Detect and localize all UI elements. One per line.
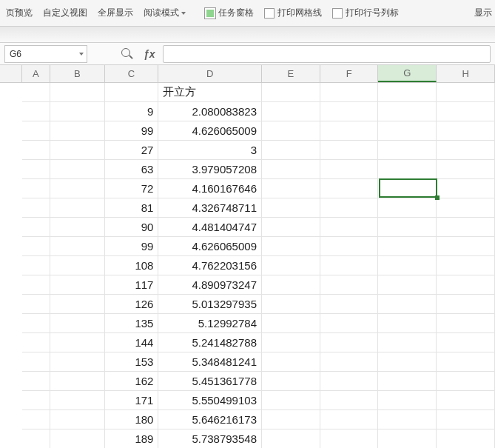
- cell-C11[interactable]: 117: [105, 275, 159, 295]
- cell-D9[interactable]: 4.626065009: [158, 237, 262, 256]
- cell-D1[interactable]: 开立方: [158, 83, 262, 102]
- cell-G11[interactable]: [378, 275, 437, 295]
- cell-B19[interactable]: [50, 429, 105, 448]
- cell-A18[interactable]: [22, 410, 50, 429]
- cell-F2[interactable]: [320, 102, 379, 121]
- cell-E2[interactable]: [262, 102, 320, 121]
- cell-D7[interactable]: 4.326748711: [158, 198, 262, 218]
- cell-F1[interactable]: [320, 83, 379, 102]
- col-header-b[interactable]: B: [50, 65, 105, 82]
- cell-H12[interactable]: [437, 295, 495, 314]
- display-button[interactable]: 显示: [470, 3, 495, 24]
- cell-B13[interactable]: [50, 314, 105, 333]
- cell-A15[interactable]: [22, 352, 50, 372]
- formula-input[interactable]: [163, 45, 491, 63]
- cell-D2[interactable]: 2.080083823: [158, 102, 262, 121]
- cell-B11[interactable]: [50, 275, 105, 295]
- cell-D16[interactable]: 5.451361778: [158, 372, 262, 391]
- cell-C18[interactable]: 180: [105, 410, 159, 429]
- cell-F12[interactable]: [320, 295, 379, 314]
- cell-A17[interactable]: [22, 391, 50, 410]
- cell-B8[interactable]: [50, 218, 105, 237]
- cell-D11[interactable]: 4.890973247: [158, 275, 262, 295]
- cell-F14[interactable]: [320, 333, 379, 352]
- cell-E12[interactable]: [262, 295, 320, 314]
- cell-G9[interactable]: [378, 237, 437, 256]
- cell-E6[interactable]: [262, 179, 320, 198]
- cell-E11[interactable]: [262, 275, 320, 295]
- cell-A8[interactable]: [22, 218, 50, 237]
- cell-B2[interactable]: [50, 102, 105, 121]
- cell-A1[interactable]: [22, 83, 50, 102]
- cell-H7[interactable]: [437, 198, 495, 218]
- taskpane-checkbox[interactable]: 任务窗格: [201, 7, 258, 19]
- cell-G13[interactable]: [378, 314, 437, 333]
- cell-G17[interactable]: [378, 391, 437, 410]
- cell-E4[interactable]: [262, 141, 320, 160]
- cell-E8[interactable]: [262, 218, 320, 237]
- cell-D8[interactable]: 4.481404747: [158, 218, 262, 237]
- cell-B6[interactable]: [50, 179, 105, 198]
- cell-G4[interactable]: [378, 141, 437, 160]
- cell-F11[interactable]: [320, 275, 379, 295]
- cell-C10[interactable]: 108: [105, 256, 159, 275]
- cell-A2[interactable]: [22, 102, 50, 121]
- cell-D19[interactable]: 5.738793548: [158, 429, 262, 448]
- cell-H17[interactable]: [437, 391, 495, 410]
- cell-A12[interactable]: [22, 295, 50, 314]
- cell-A13[interactable]: [22, 314, 50, 333]
- cell-H18[interactable]: [437, 410, 495, 429]
- cell-F16[interactable]: [320, 372, 379, 391]
- cell-F10[interactable]: [320, 256, 379, 275]
- cell-B16[interactable]: [50, 372, 105, 391]
- cell-C3[interactable]: 99: [105, 121, 159, 141]
- cell-G3[interactable]: [378, 121, 437, 141]
- cell-H6[interactable]: [437, 179, 495, 198]
- cell-A19[interactable]: [22, 429, 50, 448]
- cell-F17[interactable]: [320, 391, 379, 410]
- col-header-g[interactable]: G: [378, 65, 437, 82]
- cell-B18[interactable]: [50, 410, 105, 429]
- cell-E7[interactable]: [262, 198, 320, 218]
- cell-A9[interactable]: [22, 237, 50, 256]
- cell-F5[interactable]: [320, 160, 379, 179]
- col-header-d[interactable]: D: [158, 65, 262, 82]
- cell-E13[interactable]: [262, 314, 320, 333]
- cell-D12[interactable]: 5.013297935: [158, 295, 262, 314]
- search-icon[interactable]: [121, 48, 133, 60]
- cell-E9[interactable]: [262, 237, 320, 256]
- cell-A14[interactable]: [22, 333, 50, 352]
- cell-B10[interactable]: [50, 256, 105, 275]
- cell-F7[interactable]: [320, 198, 379, 218]
- cell-A10[interactable]: [22, 256, 50, 275]
- cell-H19[interactable]: [437, 429, 495, 448]
- cell-E19[interactable]: [262, 429, 320, 448]
- cell-C1[interactable]: [105, 83, 159, 102]
- cell-D13[interactable]: 5.12992784: [158, 314, 262, 333]
- cell-C17[interactable]: 171: [105, 391, 159, 410]
- cell-G2[interactable]: [378, 102, 437, 121]
- cell-H3[interactable]: [437, 121, 495, 141]
- cell-B4[interactable]: [50, 141, 105, 160]
- cell-A16[interactable]: [22, 372, 50, 391]
- page-preview-button[interactable]: 页预览: [1, 3, 37, 24]
- cell-A7[interactable]: [22, 198, 50, 218]
- cell-G8[interactable]: [378, 218, 437, 237]
- cell-C13[interactable]: 135: [105, 314, 159, 333]
- cell-C15[interactable]: 153: [105, 352, 159, 372]
- cells-area[interactable]: 开立方92.080083823994.626065009273633.97905…: [22, 83, 495, 448]
- cell-C4[interactable]: 27: [105, 141, 159, 160]
- cell-C6[interactable]: 72: [105, 179, 159, 198]
- cell-H10[interactable]: [437, 256, 495, 275]
- cell-A3[interactable]: [22, 121, 50, 141]
- cell-H16[interactable]: [437, 372, 495, 391]
- cell-A5[interactable]: [22, 160, 50, 179]
- cell-E5[interactable]: [262, 160, 320, 179]
- cell-G16[interactable]: [378, 372, 437, 391]
- cell-H14[interactable]: [437, 333, 495, 352]
- col-header-h[interactable]: H: [437, 65, 495, 82]
- cell-D4[interactable]: 3: [158, 141, 262, 160]
- cell-F6[interactable]: [320, 179, 379, 198]
- cell-C2[interactable]: 9: [105, 102, 159, 121]
- cell-B12[interactable]: [50, 295, 105, 314]
